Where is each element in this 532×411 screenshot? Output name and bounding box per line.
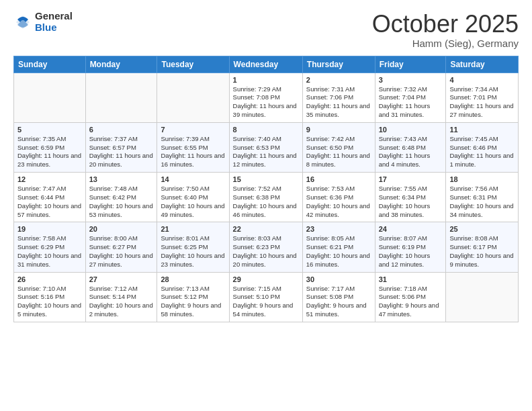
day-number: 22 <box>233 225 299 233</box>
col-tuesday: Tuesday <box>157 56 229 73</box>
day-number: 20 <box>89 225 154 233</box>
day-info: Sunrise: 7:34 AM Sunset: 7:01 PM Dayligh… <box>449 85 515 120</box>
day-info: Sunrise: 7:48 AM Sunset: 6:42 PM Dayligh… <box>89 185 154 219</box>
table-row: 11Sunrise: 7:45 AM Sunset: 6:46 PM Dayli… <box>446 122 519 172</box>
day-info: Sunrise: 7:31 AM Sunset: 7:06 PM Dayligh… <box>306 85 371 120</box>
day-number: 14 <box>161 175 225 183</box>
table-row <box>14 73 86 122</box>
table-row: 1Sunrise: 7:29 AM Sunset: 7:08 PM Daylig… <box>229 73 302 122</box>
day-number: 3 <box>379 76 443 84</box>
day-number: 2 <box>306 76 371 84</box>
table-row <box>157 73 229 122</box>
title-block: October 2025 Hamm (Sieg), Germany <box>372 11 519 49</box>
day-info: Sunrise: 7:50 AM Sunset: 6:40 PM Dayligh… <box>161 185 225 219</box>
day-info: Sunrise: 7:15 AM Sunset: 5:10 PM Dayligh… <box>233 285 299 319</box>
day-info: Sunrise: 7:13 AM Sunset: 5:12 PM Dayligh… <box>161 285 225 319</box>
col-monday: Monday <box>85 56 157 73</box>
table-row: 2Sunrise: 7:31 AM Sunset: 7:06 PM Daylig… <box>302 73 375 122</box>
day-info: Sunrise: 7:53 AM Sunset: 6:36 PM Dayligh… <box>306 185 371 219</box>
day-number: 12 <box>17 175 82 183</box>
day-number: 30 <box>306 275 371 283</box>
table-row: 12Sunrise: 7:47 AM Sunset: 6:44 PM Dayli… <box>14 173 86 222</box>
table-row: 22Sunrise: 8:03 AM Sunset: 6:23 PM Dayli… <box>229 222 302 272</box>
day-info: Sunrise: 7:32 AM Sunset: 7:04 PM Dayligh… <box>379 85 443 120</box>
day-info: Sunrise: 7:42 AM Sunset: 6:50 PM Dayligh… <box>306 135 371 169</box>
table-row: 18Sunrise: 7:56 AM Sunset: 6:31 PM Dayli… <box>446 173 519 222</box>
day-info: Sunrise: 7:56 AM Sunset: 6:31 PM Dayligh… <box>449 185 515 219</box>
table-row: 17Sunrise: 7:55 AM Sunset: 6:34 PM Dayli… <box>375 173 446 222</box>
day-info: Sunrise: 8:05 AM Sunset: 6:21 PM Dayligh… <box>306 234 371 269</box>
calendar-week-row: 12Sunrise: 7:47 AM Sunset: 6:44 PM Dayli… <box>14 173 519 222</box>
day-number: 15 <box>233 175 299 183</box>
day-info: Sunrise: 7:18 AM Sunset: 5:06 PM Dayligh… <box>379 285 443 319</box>
day-info: Sunrise: 7:58 AM Sunset: 6:29 PM Dayligh… <box>17 234 82 269</box>
header: General Blue October 2025 Hamm (Sieg), G… <box>13 11 519 49</box>
calendar-table: Sunday Monday Tuesday Wednesday Thursday… <box>13 56 519 322</box>
table-row: 7Sunrise: 7:39 AM Sunset: 6:55 PM Daylig… <box>157 122 229 172</box>
table-row: 8Sunrise: 7:40 AM Sunset: 6:53 PM Daylig… <box>229 122 302 172</box>
logo-icon <box>13 13 32 32</box>
table-row: 9Sunrise: 7:42 AM Sunset: 6:50 PM Daylig… <box>302 122 375 172</box>
day-info: Sunrise: 8:03 AM Sunset: 6:23 PM Dayligh… <box>233 234 299 269</box>
table-row <box>446 272 519 322</box>
col-wednesday: Wednesday <box>229 56 302 73</box>
calendar-week-row: 5Sunrise: 7:35 AM Sunset: 6:59 PM Daylig… <box>14 122 519 172</box>
day-number: 26 <box>17 275 82 283</box>
day-info: Sunrise: 7:37 AM Sunset: 6:57 PM Dayligh… <box>89 135 154 169</box>
day-info: Sunrise: 7:17 AM Sunset: 5:08 PM Dayligh… <box>306 285 371 319</box>
logo-general-text: General <box>35 11 73 22</box>
day-number: 31 <box>379 275 443 283</box>
table-row: 21Sunrise: 8:01 AM Sunset: 6:25 PM Dayli… <box>157 222 229 272</box>
table-row: 19Sunrise: 7:58 AM Sunset: 6:29 PM Dayli… <box>14 222 86 272</box>
table-row: 14Sunrise: 7:50 AM Sunset: 6:40 PM Dayli… <box>157 173 229 222</box>
day-number: 10 <box>379 126 443 134</box>
table-row: 3Sunrise: 7:32 AM Sunset: 7:04 PM Daylig… <box>375 73 446 122</box>
day-info: Sunrise: 7:43 AM Sunset: 6:48 PM Dayligh… <box>379 135 443 169</box>
day-number: 6 <box>89 126 154 134</box>
day-info: Sunrise: 7:45 AM Sunset: 6:46 PM Dayligh… <box>449 135 515 169</box>
day-number: 19 <box>17 225 82 233</box>
day-info: Sunrise: 8:01 AM Sunset: 6:25 PM Dayligh… <box>161 234 225 269</box>
table-row: 26Sunrise: 7:10 AM Sunset: 5:16 PM Dayli… <box>14 272 86 322</box>
day-number: 16 <box>306 175 371 183</box>
day-number: 13 <box>89 175 154 183</box>
logo-text: General Blue <box>35 11 73 33</box>
day-number: 18 <box>449 175 515 183</box>
day-info: Sunrise: 7:55 AM Sunset: 6:34 PM Dayligh… <box>379 185 443 219</box>
page: General Blue October 2025 Hamm (Sieg), G… <box>0 0 532 411</box>
table-row: 6Sunrise: 7:37 AM Sunset: 6:57 PM Daylig… <box>85 122 157 172</box>
day-number: 27 <box>89 275 154 283</box>
calendar-location: Hamm (Sieg), Germany <box>372 38 519 49</box>
day-info: Sunrise: 7:12 AM Sunset: 5:14 PM Dayligh… <box>89 285 154 319</box>
day-info: Sunrise: 7:39 AM Sunset: 6:55 PM Dayligh… <box>161 135 225 169</box>
day-number: 28 <box>161 275 225 283</box>
logo-blue-text: Blue <box>35 22 73 34</box>
day-number: 23 <box>306 225 371 233</box>
calendar-week-row: 1Sunrise: 7:29 AM Sunset: 7:08 PM Daylig… <box>14 73 519 122</box>
day-number: 11 <box>449 126 515 134</box>
day-info: Sunrise: 7:40 AM Sunset: 6:53 PM Dayligh… <box>233 135 299 169</box>
day-number: 1 <box>233 76 299 84</box>
table-row: 20Sunrise: 8:00 AM Sunset: 6:27 PM Dayli… <box>85 222 157 272</box>
table-row: 5Sunrise: 7:35 AM Sunset: 6:59 PM Daylig… <box>14 122 86 172</box>
col-friday: Friday <box>375 56 446 73</box>
day-number: 4 <box>449 76 515 84</box>
calendar-week-row: 19Sunrise: 7:58 AM Sunset: 6:29 PM Dayli… <box>14 222 519 272</box>
table-row: 13Sunrise: 7:48 AM Sunset: 6:42 PM Dayli… <box>85 173 157 222</box>
day-number: 17 <box>379 175 443 183</box>
day-info: Sunrise: 8:08 AM Sunset: 6:17 PM Dayligh… <box>449 234 515 269</box>
day-number: 9 <box>306 126 371 134</box>
day-info: Sunrise: 8:00 AM Sunset: 6:27 PM Dayligh… <box>89 234 154 269</box>
day-number: 8 <box>233 126 299 134</box>
table-row: 24Sunrise: 8:07 AM Sunset: 6:19 PM Dayli… <box>375 222 446 272</box>
day-info: Sunrise: 8:07 AM Sunset: 6:19 PM Dayligh… <box>379 234 443 269</box>
calendar-title: October 2025 <box>372 11 519 38</box>
calendar-week-row: 26Sunrise: 7:10 AM Sunset: 5:16 PM Dayli… <box>14 272 519 322</box>
col-thursday: Thursday <box>302 56 375 73</box>
day-info: Sunrise: 7:47 AM Sunset: 6:44 PM Dayligh… <box>17 185 82 219</box>
day-info: Sunrise: 7:52 AM Sunset: 6:38 PM Dayligh… <box>233 185 299 219</box>
day-number: 24 <box>379 225 443 233</box>
table-row: 10Sunrise: 7:43 AM Sunset: 6:48 PM Dayli… <box>375 122 446 172</box>
col-sunday: Sunday <box>14 56 86 73</box>
day-number: 29 <box>233 275 299 283</box>
